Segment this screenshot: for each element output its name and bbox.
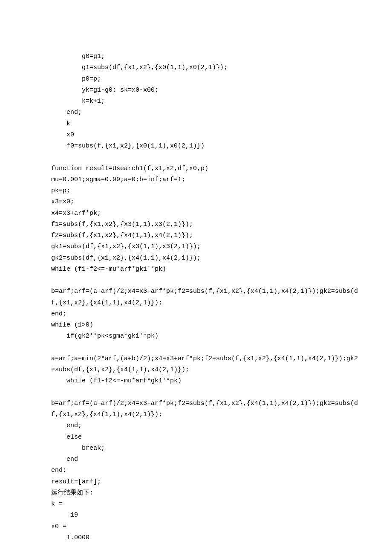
code-line: while (1>0) — [51, 320, 341, 331]
code-line: 19 — [51, 510, 341, 521]
code-line: f,{x1,x2},{x4(1,1),x4(2,1)}); — [51, 298, 341, 309]
code-line: gk2=subs(df,{x1,x2},{x4(1,1),x4(2,1)}); — [51, 253, 341, 264]
code-line: pk=p; — [51, 185, 341, 197]
code-line: k = — [51, 499, 341, 510]
code-line: end; — [51, 420, 341, 431]
code-line: k=k+1; — [51, 96, 341, 107]
code-line: mu=0.001;sgma=0.99;a=0;b=inf;arf=1; — [51, 174, 341, 185]
code-line: while (f1-f2<=-mu*arf*gk1'*pk) — [51, 376, 341, 387]
code-line — [51, 275, 341, 286]
code-line: f,{x1,x2},{x4(1,1),x4(2,1)}); — [51, 409, 341, 420]
code-document: g0=g1;g1=subs(df,{x1,x2},{x0(1,1),x0(2,1… — [51, 51, 341, 543]
code-line — [51, 152, 341, 163]
code-line: break; — [51, 443, 341, 454]
code-line: x0 = — [51, 521, 341, 532]
code-line: end; — [51, 309, 341, 320]
code-line: while (f1-f2<=-mu*arf*gk1'*pk) — [51, 264, 341, 275]
code-line: x0 — [51, 130, 341, 141]
code-line: f2=subs(f,{x1,x2},{x4(1,1),x4(2,1)}); — [51, 230, 341, 241]
code-line: x3=x0; — [51, 197, 341, 208]
code-line: g1=subs(df,{x1,x2},{x0(1,1),x0(2,1)}); — [51, 62, 341, 73]
code-line: gk1=subs(df,{x1,x2},{x3(1,1),x3(2,1)}); — [51, 241, 341, 252]
code-line: 运行结果如下: — [51, 488, 341, 499]
code-line: yk=g1-g0; sk=x0-x00; — [51, 85, 341, 96]
code-line: end; — [51, 465, 341, 476]
code-line: end; — [51, 107, 341, 118]
code-line — [51, 387, 341, 398]
code-line: f1=subs(f,{x1,x2},{x3(1,1),x3(2,1)}); — [51, 219, 341, 230]
code-line: k — [51, 119, 341, 130]
code-line: p0=p; — [51, 74, 341, 85]
code-line: f0=subs(f,{x1,x2},{x0(1,1),x0(2,1)}) — [51, 141, 341, 152]
code-line: b=arf;arf=(a+arf)/2;x4=x3+arf*pk;f2=subs… — [51, 398, 341, 409]
code-line — [51, 342, 341, 353]
code-line: function result=Usearch1(f,x1,x2,df,x0,p… — [51, 163, 341, 174]
code-line: else — [51, 432, 341, 443]
code-line: b=arf;arf=(a+arf)/2;x4=x3+arf*pk;f2=subs… — [51, 286, 341, 297]
code-line: g0=g1; — [51, 51, 341, 62]
code-line: =subs(df,{x1,x2},{x4(1,1),x4(2,1)}); — [51, 364, 341, 376]
code-line: if(gk2'*pk<sgma*gk1'*pk) — [51, 331, 341, 342]
code-line: x4=x3+arf*pk; — [51, 208, 341, 219]
code-line: result=[arf]; — [51, 477, 341, 488]
code-line: 1.0000 — [51, 532, 341, 543]
code-line: end — [51, 454, 341, 465]
code-line: a=arf;a=min(2*arf,(a+b)/2);x4=x3+arf*pk;… — [51, 353, 341, 364]
